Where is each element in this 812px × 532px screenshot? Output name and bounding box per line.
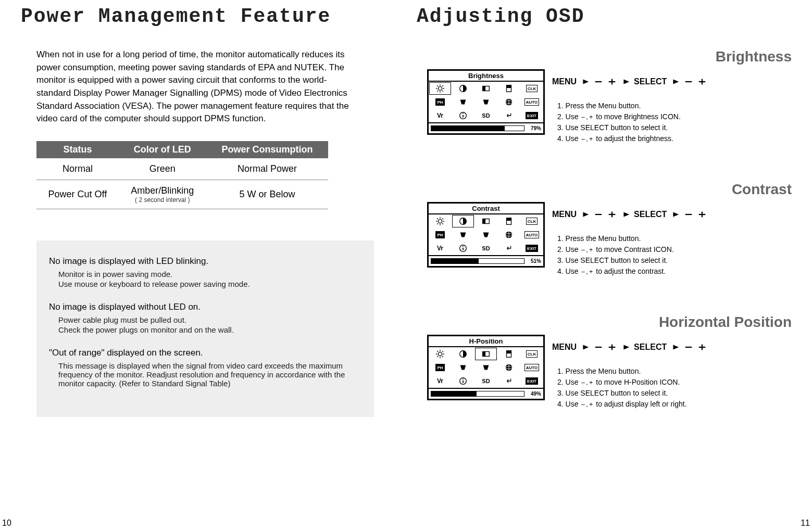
vr-icon: Vr	[429, 109, 452, 122]
osd-percent: 79%	[527, 125, 541, 131]
osd-bar: 51%	[429, 256, 543, 266]
select-label: SELECT	[634, 210, 667, 219]
svg-line-5	[437, 85, 438, 86]
globe-icon	[497, 361, 520, 374]
trouble-item: No image is displayed with LED blinking.…	[49, 256, 361, 288]
trouble-heading: "Out of range" displayed on the screen.	[49, 348, 361, 358]
svg-line-59	[437, 356, 438, 357]
minus-icon	[683, 78, 694, 86]
step-item: 1. Press the Menu button.	[557, 233, 674, 244]
minus-icon	[593, 78, 604, 86]
section-heading: Horizontal Position	[659, 314, 792, 331]
svg-line-7	[437, 91, 438, 92]
brightness-icon	[429, 347, 452, 361]
sd-icon: SD	[474, 109, 497, 122]
lang-icon	[474, 95, 497, 109]
menu-label: MENU	[552, 210, 577, 219]
step-item: 3. Use SELECT button to select it.	[557, 388, 687, 399]
sd-icon: SD	[474, 374, 497, 388]
brightness-icon	[429, 82, 452, 95]
step-item: 3. Use SELECT button to select it.	[557, 255, 674, 266]
contrast-icon	[452, 214, 474, 228]
arrow-icon	[620, 210, 631, 219]
trap-icon	[452, 361, 474, 374]
osd-grid: CLKPHAUTOVrSDEXIT	[429, 347, 543, 389]
trouble-heading: No image is displayed without LED on.	[49, 302, 361, 312]
osd-percent: 51%	[527, 258, 541, 264]
contrast-icon	[452, 347, 474, 361]
steps-list: 1. Press the Menu button.2. Use , to mov…	[557, 366, 687, 410]
button-sequence: MENUSELECT	[552, 210, 707, 223]
page-title-left: Power Management Feature	[21, 5, 385, 28]
globe-icon	[497, 95, 520, 109]
svg-rect-37	[483, 219, 485, 224]
th-status: Status	[36, 141, 119, 158]
osd-panel: H-PositionCLKPHAUTOVrSDEXIT49%	[427, 335, 545, 400]
table-row: Power Cut Off Amber/Blinking ( 2 second …	[36, 180, 328, 209]
arrow-icon	[580, 78, 590, 86]
td-power: Normal Power	[206, 158, 328, 180]
trouble-detail: Check the power plugs on monitor and on …	[58, 325, 361, 334]
exit-icon: EXIT	[520, 242, 543, 255]
osd-percent: 49%	[527, 391, 541, 397]
trouble-detail: Monitor is in power saving mode.	[58, 270, 361, 278]
clk-icon: CLK	[520, 347, 543, 361]
menu-label: MENU	[552, 343, 577, 352]
svg-rect-13	[507, 85, 511, 88]
arrow-icon	[580, 210, 590, 219]
menu-label: MENU	[552, 77, 577, 86]
th-power: Power Consumption	[206, 141, 328, 158]
button-sequence: MENUSELECT	[552, 77, 707, 91]
osd-bar: 49%	[429, 389, 543, 399]
trap-icon	[452, 95, 474, 109]
steps-list: 1. Press the Menu button.2. Use , to mov…	[557, 233, 674, 277]
arrow-icon	[670, 210, 680, 219]
svg-point-26	[438, 219, 442, 223]
svg-line-58	[442, 356, 443, 357]
return-icon	[497, 242, 520, 255]
step-item: 2. Use , to move Brightness ICON.	[557, 111, 681, 122]
hpos-icon	[474, 347, 497, 361]
plus-icon	[697, 78, 707, 86]
osd-panel: BrightnessCLKPHAUTOVrSDEXIT79%	[427, 69, 545, 135]
svg-line-32	[442, 223, 443, 224]
svg-rect-63	[483, 352, 485, 357]
arrow-icon	[580, 343, 590, 351]
vpos-icon	[497, 82, 520, 95]
trouble-item: No image is displayed without LED on.Pow…	[49, 302, 361, 334]
minus-icon	[683, 210, 694, 219]
info-icon	[452, 374, 474, 388]
svg-point-70	[463, 379, 464, 380]
svg-rect-11	[483, 86, 485, 91]
arrow-icon	[620, 78, 631, 86]
table-row: Normal Green Normal Power	[36, 158, 328, 180]
svg-line-8	[442, 85, 443, 86]
step-item: 1. Press the Menu button.	[557, 100, 681, 111]
return-icon	[497, 109, 520, 122]
globe-icon	[497, 228, 520, 242]
intro-text: When not in use for a long period of tim…	[36, 48, 349, 125]
vpos-icon	[497, 214, 520, 228]
plus-icon	[607, 78, 617, 86]
section-heading: Contrast	[732, 181, 792, 198]
trap-icon	[452, 228, 474, 242]
lang-icon	[474, 228, 497, 242]
table-header-row: Status Color of LED Power Consumption	[36, 141, 328, 158]
page-number-right: 11	[801, 518, 810, 528]
auto-icon: AUTO	[520, 95, 543, 109]
svg-point-44	[463, 246, 464, 247]
td-led: Green	[119, 158, 206, 180]
osd-title: Brightness	[429, 71, 543, 82]
auto-icon: AUTO	[520, 228, 543, 242]
trouble-detail: Power cable plug must be pulled out.	[58, 315, 361, 324]
hpos-icon	[474, 214, 497, 228]
exit-icon: EXIT	[520, 109, 543, 122]
svg-rect-39	[507, 218, 511, 221]
svg-line-33	[437, 223, 438, 224]
hpos-icon	[474, 82, 497, 95]
clk-icon: CLK	[520, 82, 543, 95]
clk-icon: CLK	[520, 214, 543, 228]
plus-icon	[607, 210, 617, 219]
osd-title: Contrast	[429, 204, 543, 214]
svg-line-57	[437, 351, 438, 352]
